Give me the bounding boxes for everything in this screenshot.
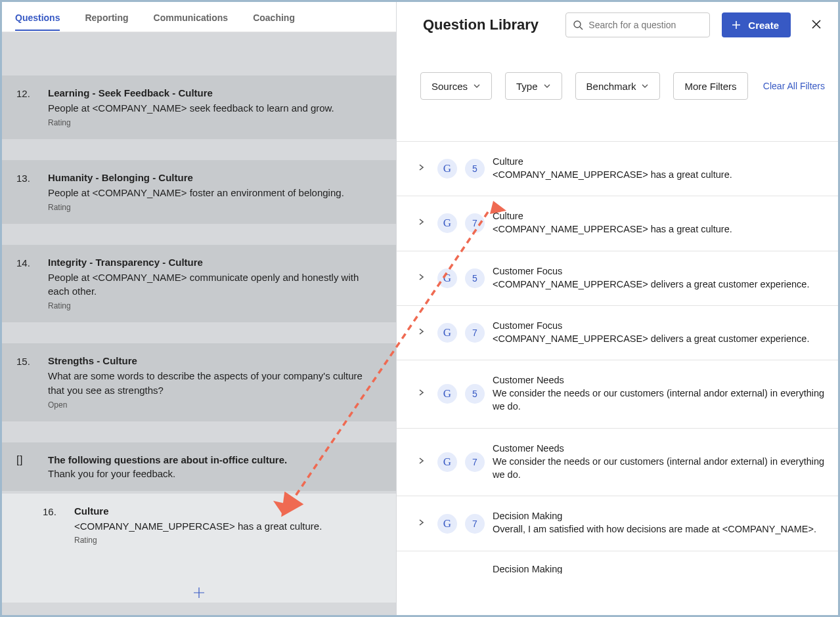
library-text: We consider the needs or our customers (… — [493, 387, 825, 414]
tab-communications[interactable]: Communications — [154, 4, 229, 30]
library-category: Customer Needs — [493, 375, 825, 385]
chevron-right-icon — [416, 163, 426, 172]
close-icon — [810, 18, 822, 30]
plus-icon — [731, 20, 741, 30]
expand-toggle[interactable] — [416, 217, 430, 229]
question-card[interactable]: 13. Humanity - Belonging - Culture Peopl… — [2, 160, 396, 224]
source-badge: G — [437, 213, 457, 233]
question-number: 14. — [16, 257, 39, 311]
question-desc: People at <COMPANY_NAME> seek feedback t… — [48, 101, 382, 116]
filter-type[interactable]: Type — [505, 72, 562, 100]
source-badge: G — [437, 268, 457, 288]
create-button[interactable]: Create — [722, 12, 791, 37]
questions-pane: Questions Reporting Communications Coach… — [2, 2, 396, 615]
library-item[interactable]: G 7 Culture <COMPANY_NAME_UPPERCASE> has… — [397, 196, 838, 251]
library-item[interactable]: G 5 Customer Needs We consider the needs… — [397, 360, 838, 429]
chevron-down-icon — [641, 82, 649, 90]
filter-label: Benchmark — [586, 81, 636, 92]
question-number: 15. — [16, 355, 39, 410]
library-item[interactable]: G 7 Customer Needs We consider the needs… — [397, 429, 838, 497]
scale-badge: 7 — [465, 323, 485, 343]
library-category: Customer Focus — [493, 266, 825, 276]
question-title: Integrity - Transparency - Culture — [48, 257, 382, 268]
library-text: We consider the needs or our customers (… — [493, 455, 825, 482]
library-item[interactable]: G 7 Decision Making Overall, I am satisf… — [397, 496, 838, 551]
question-number: 16. — [43, 505, 65, 545]
library-category: Decision Making — [493, 564, 825, 574]
plus-icon — [192, 585, 206, 600]
question-type: Rating — [48, 301, 382, 310]
source-badge: G — [437, 452, 457, 472]
source-badge: G — [437, 323, 457, 343]
clear-filters-link[interactable]: Clear All Filters — [763, 81, 825, 91]
library-text: <COMPANY_NAME_UPPERCASE> delivers a grea… — [493, 332, 825, 345]
section-marker: [ ] — [16, 454, 39, 479]
search-input-wrap[interactable] — [565, 12, 710, 37]
add-question-button[interactable] — [2, 583, 396, 603]
scale-badge: 7 — [465, 452, 485, 472]
question-desc: People at <COMPANY_NAME> foster an envir… — [48, 186, 382, 200]
library-list: G 5 Culture <COMPANY_NAME_UPPERCASE> has… — [397, 123, 838, 615]
question-card[interactable]: 14. Integrity - Transparency - Culture P… — [2, 245, 396, 323]
chevron-right-icon — [416, 217, 426, 226]
chevron-right-icon — [416, 272, 426, 282]
library-item[interactable]: G 5 Culture <COMPANY_NAME_UPPERCASE> has… — [397, 142, 838, 196]
filters-bar: Sources Type Benchmark More Filters Clea… — [397, 49, 838, 123]
library-item[interactable]: G 5 Customer Focus <COMPANY_NAME_UPPERCA… — [397, 251, 838, 306]
library-item[interactable]: G 7 Customer Focus <COMPANY_NAME_UPPERCA… — [397, 306, 838, 360]
question-type: Rating — [48, 118, 382, 127]
chevron-down-icon — [473, 82, 481, 90]
chevron-right-icon — [416, 456, 426, 465]
svg-line-1 — [580, 27, 583, 30]
scale-badge: 5 — [465, 268, 485, 288]
tab-coaching[interactable]: Coaching — [253, 4, 295, 30]
source-badge: G — [437, 384, 457, 404]
search-input[interactable] — [588, 20, 703, 30]
tab-questions[interactable]: Questions — [15, 4, 60, 30]
library-text: <COMPANY_NAME_UPPERCASE> has a great cul… — [493, 223, 825, 236]
search-icon — [573, 20, 583, 30]
close-button[interactable] — [808, 16, 825, 35]
question-card[interactable]: 16. Culture <COMPANY_NAME_UPPERCASE> has… — [2, 494, 396, 557]
question-title: Strengths - Culture — [48, 355, 382, 366]
library-category: Decision Making — [493, 511, 825, 521]
filter-benchmark[interactable]: Benchmark — [575, 72, 661, 100]
library-category: Customer Needs — [493, 443, 825, 454]
scale-badge: 7 — [465, 514, 485, 534]
library-text: <COMPANY_NAME_UPPERCASE> has a great cul… — [493, 168, 825, 181]
expand-toggle[interactable] — [416, 327, 430, 339]
expand-toggle[interactable] — [416, 518, 430, 530]
library-text: Overall, I am satisfied with how decisio… — [493, 522, 825, 536]
question-title: Learning - Seek Feedback - Culture — [48, 87, 382, 98]
question-card[interactable]: 12. Learning - Seek Feedback - Culture P… — [2, 75, 396, 139]
scale-badge: 5 — [465, 159, 485, 179]
chevron-down-icon — [543, 82, 551, 90]
chevron-right-icon — [416, 327, 426, 336]
source-badge: G — [437, 514, 457, 534]
question-title: Humanity - Belonging - Culture — [48, 172, 382, 183]
filter-label: Type — [516, 81, 538, 92]
question-desc: What are some words to describe the aspe… — [48, 369, 382, 398]
scale-badge: 5 — [465, 384, 485, 404]
expand-toggle[interactable] — [416, 456, 430, 468]
expand-toggle[interactable] — [416, 388, 430, 400]
question-number: 12. — [16, 87, 39, 127]
question-title: Culture — [74, 505, 382, 517]
library-title: Question Library — [423, 16, 554, 33]
filter-label: More Filters — [684, 81, 736, 92]
filter-more[interactable]: More Filters — [673, 72, 747, 100]
scale-badge: 7 — [465, 213, 485, 233]
question-card[interactable]: 15. Strengths - Culture What are some wo… — [2, 343, 396, 421]
question-desc: <COMPANY_NAME_UPPERCASE> has a great cul… — [74, 519, 382, 534]
question-type: Rating — [48, 203, 382, 212]
section-title: The following questions are about in-off… — [48, 454, 382, 465]
chevron-right-icon — [416, 518, 426, 527]
filter-sources[interactable]: Sources — [420, 72, 492, 100]
library-item[interactable]: Decision Making — [397, 551, 838, 574]
expand-toggle[interactable] — [416, 163, 430, 175]
expand-toggle[interactable] — [416, 272, 430, 284]
question-desc: People at <COMPANY_NAME> communicate ope… — [48, 270, 382, 299]
section-card[interactable]: [ ] The following questions are about in… — [2, 442, 396, 491]
tab-reporting[interactable]: Reporting — [85, 4, 128, 30]
tabs-bar: Questions Reporting Communications Coach… — [2, 2, 396, 32]
